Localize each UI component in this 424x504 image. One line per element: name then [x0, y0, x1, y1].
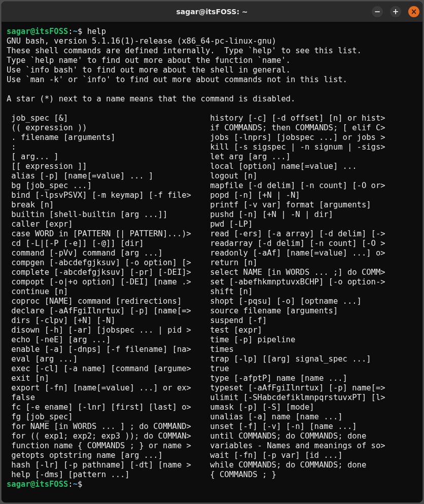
help-builtin-left: compopt [-o|+o option] [-DEI] [name .>	[7, 277, 210, 287]
help-builtin-left: enable [-a] [-dnps] [-f filename] [na>	[7, 345, 210, 354]
help-builtin-right: shopt [-pqsu] [-o] [optname ...]	[210, 297, 362, 306]
help-builtin-row: builtin [shell-builtin [arg ...]]pushd […	[7, 210, 417, 220]
window-title: sagar@itsFOSS: ~	[176, 8, 248, 16]
help-builtin-left: disown [-h] [-ar] [jobspec ... | pid >	[7, 326, 210, 335]
help-builtin-right: while COMMANDS; do COMMANDS; done	[210, 460, 366, 470]
help-builtin-row: (( expression ))if COMMANDS; then COMMAN…	[7, 123, 417, 133]
help-builtin-right: pwd [-LP]	[210, 220, 253, 229]
help-builtin-left: fc [-e ename] [-lnr] [first] [last] o>	[7, 403, 210, 412]
help-builtin-right: true	[210, 364, 229, 374]
help-builtin-right: until COMMANDS; do COMMANDS; done	[210, 431, 366, 441]
help-header-line: A star (*) next to a name means that the…	[7, 94, 417, 104]
title-bar[interactable]: sagar@itsFOSS: ~ − + ×	[2, 2, 422, 22]
prompt-colon: :	[68, 27, 73, 36]
help-builtin-right: times	[210, 345, 234, 354]
help-header-line: Type `help name' to find out more about …	[7, 56, 417, 65]
help-builtin-right: suspend [-f]	[210, 316, 267, 326]
help-builtin-right: unset [-f] [-v] [-n] [name ...]	[210, 422, 357, 431]
prompt-path: ~	[73, 27, 78, 36]
help-builtin-left: bind [-lpsvPSVX] [-m keymap] [-f file>	[7, 191, 210, 200]
help-header-line	[7, 85, 417, 94]
help-builtin-left: complete [-abcdefgjksuv] [-pr] [-DEI]>	[7, 268, 210, 277]
prompt-dollar: $	[78, 480, 87, 489]
help-builtin-row: continue [n]shift [n]	[7, 287, 417, 297]
help-builtin-row: caller [expr]pwd [-LP]	[7, 220, 417, 229]
help-builtin-row: compopt [-o|+o option] [-DEI] [name .>se…	[7, 277, 417, 287]
prompt-line: sagar@itsFOSS:~$ help	[7, 27, 417, 37]
help-builtin-row: disown [-h] [-ar] [jobspec ... | pid >te…	[7, 326, 417, 335]
help-builtin-left: (( expression ))	[7, 123, 210, 133]
help-builtin-row: declare [-aAfFgiIlnrtux] [-p] [name[=>so…	[7, 306, 417, 316]
terminal-output[interactable]: sagar@itsFOSS:~$ helpGNU bash, version 5…	[2, 22, 422, 502]
close-button[interactable]: ×	[408, 6, 419, 17]
prompt-user: sagar	[7, 480, 30, 489]
prompt-dollar: $	[78, 27, 87, 36]
help-builtin-right: jobs [-lnprs] [jobspec ...] or jobs >	[210, 133, 385, 142]
maximize-button[interactable]: +	[390, 6, 401, 17]
help-builtin-row: exit [n]type [-afptP] name [name ...]	[7, 374, 417, 383]
help-header-line	[7, 104, 417, 114]
help-builtin-row: hash [-lr] [-p pathname] [-dt] [name >wh…	[7, 460, 417, 470]
help-header-line: Use `info bash' to find out more about t…	[7, 65, 417, 75]
help-builtin-left: alias [-p] [name[=value] ... ]	[7, 171, 210, 181]
help-builtin-row: dirs [-clpv] [+N] [-N]suspend [-f]	[7, 316, 417, 326]
help-builtin-left: caller [expr]	[7, 220, 210, 229]
help-builtin-left: :	[7, 142, 210, 152]
help-builtin-right: set [-abefhkmnptuvxBCHP] [-o option->	[210, 277, 385, 287]
help-builtin-row: echo [-neE] [arg ...]time [-p] pipeline	[7, 335, 417, 345]
help-builtin-right: typeset [-aAfFgiIlnrtux] [-p] name[=>	[210, 383, 385, 393]
prompt-at: @	[30, 27, 35, 36]
help-builtin-left: dirs [-clpv] [+N] [-N]	[7, 316, 210, 326]
help-builtin-left: exec [-cl] [-a name] [command [argume>	[7, 364, 210, 374]
help-builtin-right: history [-c] [-d offset] [n] or hist>	[210, 114, 385, 123]
help-builtin-row: enable [-a] [-dnps] [-f filename] [na>ti…	[7, 345, 417, 354]
help-builtin-left: cd [-L|[-P [-e]] [-@]] [dir]	[7, 239, 210, 248]
help-builtin-row: coproc [NAME] command [redirections]shop…	[7, 297, 417, 306]
prompt-colon: :	[68, 480, 73, 489]
plus-icon: +	[393, 7, 399, 16]
help-builtin-row: alias [-p] [name[=value] ... ]logout [n]	[7, 171, 417, 181]
help-builtin-row: command [-pVv] command [arg ...]readonly…	[7, 248, 417, 258]
minus-icon: −	[374, 7, 381, 16]
help-builtin-row: compgen [-abcdefgjksuv] [-o option] [>re…	[7, 258, 417, 268]
help-builtin-row: . filename [arguments]jobs [-lnprs] [job…	[7, 133, 417, 142]
help-builtin-right: ulimit [-SHabcdefiklmnpqrstuvxPT] [l>	[210, 393, 385, 403]
help-header-line: GNU bash, version 5.1.16(1)-release (x86…	[7, 37, 417, 46]
help-builtin-right: time [-p] pipeline	[210, 335, 295, 345]
help-builtin-row: falseulimit [-SHabcdefiklmnpqrstuvxPT] […	[7, 393, 417, 403]
help-builtin-left: for (( exp1; exp2; exp3 )); do COMMAN>	[7, 431, 210, 441]
help-header-line: Use `man -k' or `info' to find out more …	[7, 75, 417, 85]
help-builtin-left: function name { COMMANDS ; } or name >	[7, 441, 210, 451]
help-builtin-row: bind [-lpsvPSVX] [-m keymap] [-f file>po…	[7, 191, 417, 200]
help-header-line: These shell commands are defined interna…	[7, 46, 417, 56]
entered-command: help	[87, 27, 106, 36]
help-builtin-row: function name { COMMANDS ; } or name >va…	[7, 441, 417, 451]
help-builtin-row: [ arg... ]let arg [arg ...]	[7, 152, 417, 162]
help-builtin-row: fg [job_spec]unalias [-a] name [name ...…	[7, 412, 417, 422]
minimize-button[interactable]: −	[372, 6, 383, 17]
window-controls: − + ×	[372, 2, 419, 22]
help-builtin-row: export [-fn] [name[=value] ...] or ex>ty…	[7, 383, 417, 393]
help-builtin-left: [[ expression ]]	[7, 162, 210, 171]
help-builtin-row: complete [-abcdefgjksuv] [-pr] [-DEI]>se…	[7, 268, 417, 277]
help-builtin-right: umask [-p] [-S] [mode]	[210, 403, 314, 412]
close-icon: ×	[411, 7, 417, 16]
help-builtin-right: mapfile [-d delim] [-n count] [-O or>	[210, 181, 385, 191]
help-builtin-row: case WORD in [PATTERN [| PATTERN]...)>re…	[7, 229, 417, 239]
help-builtin-left: bg [job_spec ...]	[7, 181, 210, 191]
help-builtin-left: . filename [arguments]	[7, 133, 210, 142]
help-builtin-right: test [expr]	[210, 326, 262, 335]
help-builtin-left: help [-dms] [pattern ...]	[7, 470, 210, 480]
help-builtin-row: getopts optstring name [arg ...]wait [-f…	[7, 451, 417, 460]
help-builtin-right: popd [-n] [+N | -N]	[210, 191, 300, 200]
help-builtin-right: if COMMANDS; then COMMANDS; [ elif C>	[210, 123, 385, 133]
help-builtin-row: :kill [-s sigspec | -n signum | -sigs>	[7, 142, 417, 152]
prompt-line[interactable]: sagar@itsFOSS:~$	[7, 480, 417, 489]
help-builtin-right: printf [-v var] format [arguments]	[210, 200, 371, 210]
help-builtin-right: source filename [arguments]	[210, 306, 338, 316]
help-builtin-left: coproc [NAME] command [redirections]	[7, 297, 210, 306]
help-builtin-row: [[ expression ]]local [option] name[=val…	[7, 162, 417, 171]
prompt-user: sagar	[7, 27, 30, 36]
help-builtin-left: compgen [-abcdefgjksuv] [-o option] [>	[7, 258, 210, 268]
help-builtin-right: wait [-fn] [-p var] [id ...]	[210, 451, 342, 460]
